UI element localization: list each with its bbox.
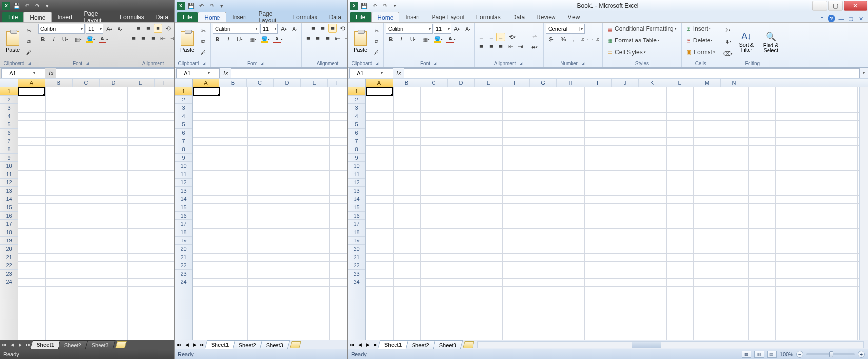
row-header[interactable]: 9 [175,154,192,162]
col-header[interactable]: K [639,79,666,87]
col-header[interactable]: F [155,79,174,87]
cells-area[interactable] [18,87,174,340]
paste-button[interactable]: Paste [177,26,197,58]
row-header[interactable]: 8 [348,145,365,154]
row-header[interactable]: 23 [175,270,192,278]
page-layout-tab[interactable]: Page Layout [253,12,287,22]
select-all-button[interactable] [0,79,18,87]
zoom-in-button[interactable]: + [858,351,865,358]
percent-button[interactable]: % [558,35,568,44]
formulas-tab[interactable]: Formulas [287,12,323,22]
col-header[interactable]: I [584,79,612,87]
format-as-table-button[interactable]: ▦Format as Table ▾ [605,36,662,45]
row-header[interactable]: 1 [348,87,365,96]
copy-icon[interactable] [24,37,34,47]
col-header[interactable]: E [475,79,502,87]
save-icon[interactable]: 💾 [12,1,21,10]
cut-icon[interactable] [372,26,381,36]
row-header[interactable]: 15 [175,203,192,212]
redo-icon[interactable]: ↷ [207,1,216,10]
grow-font-icon[interactable]: A▴ [452,24,462,34]
decrease-indent-icon[interactable]: ⇤ [158,34,167,42]
decrease-decimal-icon[interactable]: ←.0 [591,35,600,44]
next-sheet-icon[interactable]: ▶ [191,342,198,347]
italic-button[interactable]: I [396,35,406,44]
formulas-tab[interactable]: Formulas [114,12,150,22]
row-header[interactable]: 11 [348,170,365,179]
row-header[interactable]: 20 [348,245,365,253]
row-header[interactable]: 18 [0,228,18,237]
align-top-icon[interactable]: ≡ [477,33,486,41]
page-layout-tab[interactable]: Page Layout [78,12,114,22]
row-header[interactable]: 12 [0,179,18,187]
align-bottom-icon[interactable]: ≡ [154,24,162,33]
formulas-tab[interactable]: Formulas [471,12,507,22]
row-header[interactable]: 4 [348,112,365,120]
increase-indent-icon[interactable]: ⇥ [343,34,347,42]
shrink-font-icon[interactable]: A▾ [290,24,299,34]
name-box[interactable]: A1▾ [349,68,393,78]
row-header[interactable]: 18 [175,228,192,237]
align-middle-icon[interactable]: ≡ [487,33,495,41]
name-box[interactable]: A1▾ [176,68,220,78]
row-header[interactable]: 24 [175,278,192,286]
row-header[interactable]: 20 [0,245,18,253]
home-tab[interactable]: Home [371,12,399,22]
row-header[interactable]: 13 [175,187,192,195]
format-cells-button[interactable]: ▣Format ▾ [684,47,718,57]
shrink-font-icon[interactable]: A▾ [463,24,473,34]
align-right-icon[interactable]: ≡ [323,34,332,42]
view-tab[interactable]: View [562,12,586,22]
shrink-font-icon[interactable]: A▾ [115,24,125,34]
page-break-view-icon[interactable]: ▤ [767,351,777,358]
orientation-icon[interactable]: ⟲ [338,24,347,33]
chevron-down-icon[interactable]: ▾ [99,27,103,31]
fill-color-button[interactable]: 🪣▾ [259,35,271,44]
new-sheet-button[interactable] [115,341,127,348]
sheet-tab-3[interactable]: Sheet3 [85,340,116,349]
prev-sheet-icon[interactable]: ◀ [356,342,364,347]
sheet-tab-1[interactable]: Sheet1 [30,340,61,349]
col-header[interactable]: N [721,79,748,87]
align-center-icon[interactable]: ≡ [487,42,495,51]
row-header[interactable]: 5 [0,120,18,129]
next-sheet-icon[interactable]: ▶ [364,342,372,347]
col-header[interactable]: D [100,79,127,87]
autosum-button[interactable]: Σ▾ [722,25,734,35]
align-bottom-icon[interactable]: ≡ [328,24,337,33]
row-header[interactable]: 22 [175,261,192,270]
find-select-button[interactable]: 🔍Find & Select [759,26,783,58]
col-header[interactable]: M [693,79,721,87]
row-header[interactable]: 7 [348,137,365,145]
data-tab[interactable]: Data [323,12,347,22]
underline-button[interactable]: U▾ [234,35,246,44]
zoom-out-button[interactable]: − [796,351,803,358]
mdi-close-icon[interactable]: ✕ [857,15,865,22]
cells-area[interactable] [366,87,859,340]
row-header[interactable]: 6 [175,129,192,137]
format-painter-icon[interactable] [24,48,34,58]
home-tab[interactable]: Home [23,12,52,22]
fx-icon[interactable]: fx [221,70,231,77]
align-center-icon[interactable]: ≡ [314,34,322,42]
copy-icon[interactable] [198,37,208,47]
font-color-button[interactable]: A▾ [445,35,457,44]
worksheet-grid[interactable]: 123456789101112131415161718192021222324 [0,87,174,340]
row-header[interactable]: 15 [0,203,18,212]
row-header[interactable]: 2 [175,96,192,104]
col-header[interactable]: C [73,79,100,87]
row-header[interactable]: 9 [0,154,18,162]
maximize-button[interactable]: ▢ [828,1,843,11]
formula-bar[interactable] [56,68,174,78]
zoom-slider[interactable] [806,353,855,355]
first-sheet-icon[interactable]: ⏮ [348,342,356,347]
row-header[interactable]: 20 [175,245,192,253]
orientation-icon[interactable]: ⟲ [163,24,172,33]
dialog-launcher-icon[interactable]: ◢ [432,61,438,66]
row-header[interactable]: 11 [175,170,192,179]
row-header[interactable]: 21 [0,253,18,261]
row-header[interactable]: 10 [348,162,365,170]
clear-button[interactable]: ⌫▾ [722,49,734,59]
undo-icon[interactable]: ↶ [22,1,31,10]
titlebar[interactable]: X 💾 ↶ ↷ ▾ [0,0,174,11]
